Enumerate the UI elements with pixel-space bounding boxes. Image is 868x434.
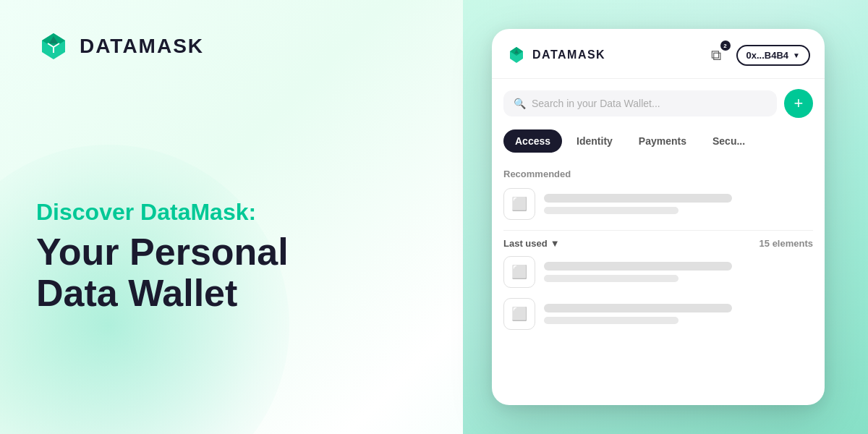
hero-text: Discover DataMask: Your Personal Data Wa…	[36, 107, 427, 405]
item-line-placeholder-5	[544, 304, 732, 312]
app-logo-text: DATAMASK	[532, 48, 605, 61]
app-window: DATAMASK ⧉ 2 0x...B4B4 ▼ 🔍 Search in you…	[492, 29, 825, 405]
list-item-3[interactable]: ⬜	[503, 298, 813, 330]
wallet-address-button[interactable]: 0x...B4B4 ▼	[736, 45, 810, 66]
item-lines-2	[544, 262, 813, 282]
search-placeholder-text: Search in your Data Wallet...	[532, 98, 660, 109]
tab-access-label: Access	[515, 135, 550, 147]
item-icon-box-2: ⬜	[503, 256, 535, 288]
item-line-placeholder-6	[544, 317, 678, 324]
hero-subtitle: Discover DataMask:	[36, 198, 427, 226]
hero-title-line2: Data Wallet	[36, 272, 237, 314]
wallet-address-text: 0x...B4B4	[746, 50, 789, 61]
list-item-2[interactable]: ⬜	[503, 256, 813, 288]
item-lines-3	[544, 304, 813, 324]
main-logo-icon	[36, 29, 71, 64]
content-area: Recommended ⬜ Last used ▼	[492, 160, 825, 405]
tabs-row: Access Identity Payments Secu...	[492, 125, 825, 160]
item-line-placeholder-2	[544, 207, 678, 214]
tab-identity[interactable]: Identity	[565, 129, 624, 153]
item-line-placeholder-4	[544, 275, 678, 282]
browser-icon: ⬜	[511, 196, 527, 212]
main-logo-row: DATAMASK	[36, 29, 427, 64]
item-lines	[544, 194, 813, 214]
item-icon-box-3: ⬜	[503, 298, 535, 330]
add-icon: +	[794, 94, 804, 113]
left-panel: DATAMASK Discover DataMask: Your Persona…	[0, 0, 463, 434]
item-line-placeholder-3	[544, 262, 732, 271]
search-row: 🔍 Search in your Data Wallet... +	[492, 79, 825, 125]
tab-access[interactable]: Access	[503, 129, 562, 153]
device-badge: 2	[720, 41, 731, 51]
tab-payments[interactable]: Payments	[627, 129, 698, 153]
browser-icon-2: ⬜	[511, 264, 527, 280]
elements-count: 15 elements	[760, 238, 813, 249]
app-header: DATAMASK ⧉ 2 0x...B4B4 ▼	[492, 29, 825, 79]
tab-security[interactable]: Secu...	[701, 129, 757, 153]
app-logo-row: DATAMASK	[506, 45, 696, 65]
hero-title: Your Personal Data Wallet	[36, 231, 427, 314]
add-button[interactable]: +	[784, 89, 813, 118]
browser-icon-3: ⬜	[511, 306, 527, 322]
tab-security-label: Secu...	[712, 135, 745, 147]
chevron-down-icon: ▼	[793, 51, 800, 59]
hero-title-line1: Your Personal	[36, 231, 289, 273]
device-icon-wrap[interactable]: ⧉ 2	[703, 42, 729, 68]
right-panel: DATAMASK ⧉ 2 0x...B4B4 ▼ 🔍 Search in you…	[463, 0, 868, 434]
last-used-label[interactable]: Last used ▼	[503, 238, 560, 249]
page-wrapper: DATAMASK Discover DataMask: Your Persona…	[0, 0, 868, 434]
tab-identity-label: Identity	[576, 135, 613, 147]
list-item[interactable]: ⬜	[503, 188, 813, 220]
device-icon: ⧉	[711, 47, 721, 64]
search-bar[interactable]: 🔍 Search in your Data Wallet...	[503, 90, 777, 116]
last-used-text: Last used	[503, 238, 548, 249]
section-divider	[503, 230, 813, 231]
app-logo-icon	[506, 45, 527, 65]
main-logo-text: DATAMASK	[80, 35, 204, 58]
tab-payments-label: Payments	[639, 135, 686, 147]
item-icon-box: ⬜	[503, 188, 535, 220]
recommended-section-label: Recommended	[503, 169, 813, 179]
search-icon: 🔍	[514, 98, 526, 109]
last-used-chevron-icon: ▼	[550, 238, 560, 249]
item-line-placeholder-1	[544, 194, 732, 203]
last-used-section-row: Last used ▼ 15 elements	[503, 238, 813, 249]
